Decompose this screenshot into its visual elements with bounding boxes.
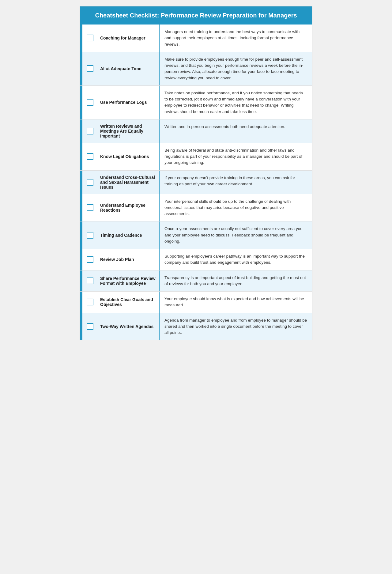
page-title: Cheatsheet Checklist: Performance Review… (95, 12, 297, 19)
checkbox-area[interactable] (82, 52, 98, 85)
left-bar (80, 221, 82, 249)
checkbox-area[interactable] (82, 119, 98, 143)
left-bar (80, 25, 82, 52)
left-bar (80, 194, 82, 221)
row-description-allot-adequate-time: Make sure to provide employees enough ti… (160, 52, 312, 85)
row-title-establish-clear-goals: Establish Clear Goals and Objectives (98, 292, 159, 313)
row-establish-clear-goals: Establish Clear Goals and Objectives You… (80, 292, 312, 313)
checkbox-area[interactable] (82, 171, 98, 194)
page-header: Cheatsheet Checklist: Performance Review… (80, 6, 312, 25)
checkbox-use-performance-logs[interactable] (87, 99, 93, 106)
row-title-two-way-agendas: Two-Way Written Agendas (98, 313, 159, 340)
row-timing-cadence: Timing and Cadence Once-a-year assessmen… (80, 221, 312, 249)
checkbox-cross-cultural[interactable] (87, 179, 93, 186)
row-two-way-agendas: Two-Way Written Agendas Agenda from mana… (80, 313, 312, 340)
left-bar (80, 171, 82, 194)
left-bar (80, 292, 82, 313)
row-employee-reactions: Understand Employee Reactions Your inter… (80, 194, 312, 222)
row-title-timing-cadence: Timing and Cadence (98, 221, 159, 249)
row-title-review-job-plan: Review Job Plan (98, 249, 159, 270)
row-written-reviews: Written Reviews and Meetings Are Equally… (80, 119, 312, 143)
checklist-table: Coaching for Manager Managers need train… (80, 25, 312, 340)
row-description-employee-reactions: Your interpersonal skills should be up t… (160, 194, 312, 221)
row-description-review-job-plan: Supporting an employee's career pathway … (160, 249, 312, 270)
row-title-written-reviews: Written Reviews and Meetings Are Equally… (98, 119, 159, 143)
row-description-share-performance-review: Transparency is an important aspect of t… (160, 270, 312, 292)
row-description-two-way-agendas: Agenda from manager to employee and from… (160, 313, 312, 340)
left-bar (80, 52, 82, 85)
checkbox-timing-cadence[interactable] (87, 232, 93, 239)
left-bar (80, 249, 82, 270)
row-allot-adequate-time: Allot Adequate Time Make sure to provide… (80, 52, 312, 86)
left-bar (80, 270, 82, 292)
checkbox-allot-adequate-time[interactable] (87, 65, 93, 72)
left-bar (80, 143, 82, 170)
row-description-timing-cadence: Once-a-year assessments are usually not … (160, 221, 312, 249)
checkbox-area[interactable] (82, 25, 98, 52)
main-container: Cheatsheet Checklist: Performance Review… (80, 6, 312, 340)
row-description-cross-cultural: If your company doesn't provide training… (160, 171, 312, 194)
row-review-job-plan: Review Job Plan Supporting an employee's… (80, 249, 312, 270)
checkbox-two-way-agendas[interactable] (87, 323, 93, 330)
checkbox-area[interactable] (82, 249, 98, 270)
row-title-employee-reactions: Understand Employee Reactions (98, 194, 159, 221)
row-use-performance-logs: Use Performance Logs Take notes on posit… (80, 86, 312, 119)
row-description-coaching-for-manager: Managers need training to understand the… (160, 25, 312, 52)
row-description-written-reviews: Written and in-person assessments both n… (160, 119, 312, 143)
row-coaching-for-manager: Coaching for Manager Managers need train… (80, 25, 312, 52)
checkbox-area[interactable] (82, 194, 98, 221)
row-description-use-performance-logs: Take notes on positive performance, and … (160, 86, 312, 119)
checkbox-review-job-plan[interactable] (87, 256, 93, 263)
checkbox-area[interactable] (82, 86, 98, 119)
checkbox-coaching-for-manager[interactable] (87, 35, 93, 41)
left-bar (80, 86, 82, 119)
checkbox-know-legal-obligations[interactable] (87, 153, 93, 160)
row-title-allot-adequate-time: Allot Adequate Time (98, 52, 159, 85)
checkbox-written-reviews[interactable] (87, 128, 93, 134)
checkbox-area[interactable] (82, 221, 98, 249)
row-know-legal-obligations: Know Legal Obligations Being aware of fe… (80, 143, 312, 171)
checkbox-share-performance-review[interactable] (87, 278, 93, 284)
row-cross-cultural: Understand Cross-Cultural and Sexual Har… (80, 171, 312, 194)
row-description-establish-clear-goals: Your employee should know what is expect… (160, 292, 312, 313)
checkbox-area[interactable] (82, 143, 98, 170)
left-bar (80, 313, 82, 340)
row-title-coaching-for-manager: Coaching for Manager (98, 25, 159, 52)
row-title-use-performance-logs: Use Performance Logs (98, 86, 159, 119)
checkbox-employee-reactions[interactable] (87, 204, 93, 211)
row-title-know-legal-obligations: Know Legal Obligations (98, 143, 159, 170)
row-share-performance-review: Share Performance Review Format with Emp… (80, 270, 312, 292)
checkbox-area[interactable] (82, 313, 98, 340)
checkbox-establish-clear-goals[interactable] (87, 299, 93, 305)
left-bar (80, 119, 82, 143)
row-description-know-legal-obligations: Being aware of federal and state anti-di… (160, 143, 312, 170)
row-title-cross-cultural: Understand Cross-Cultural and Sexual Har… (98, 171, 159, 194)
checkbox-area[interactable] (82, 270, 98, 292)
row-title-share-performance-review: Share Performance Review Format with Emp… (98, 270, 159, 292)
checkbox-area[interactable] (82, 292, 98, 313)
